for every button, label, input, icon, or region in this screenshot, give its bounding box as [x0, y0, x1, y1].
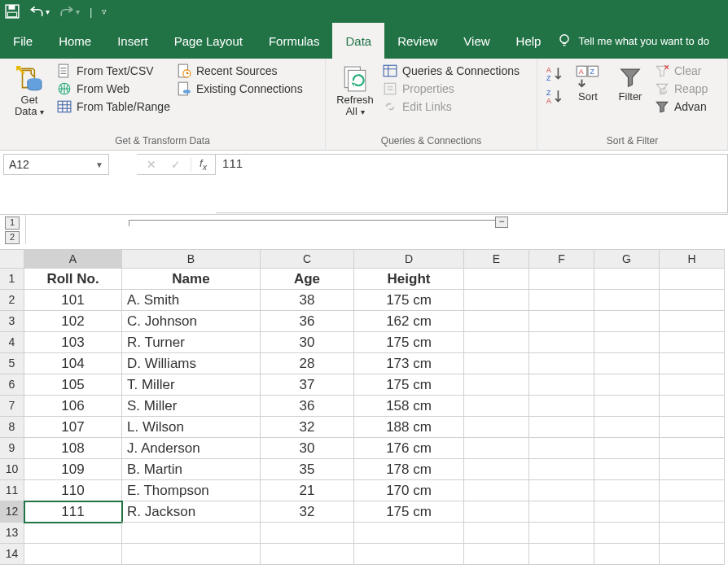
collapse-group-button[interactable]: −	[495, 217, 508, 228]
cell-H5[interactable]	[660, 353, 725, 374]
cell-E3[interactable]	[464, 311, 529, 332]
cell-F8[interactable]	[529, 417, 594, 438]
cell-G6[interactable]	[594, 374, 660, 396]
cell-D10[interactable]: 178 cm	[354, 459, 464, 480]
cell-D4[interactable]: 175 cm	[354, 332, 464, 353]
cell-G1[interactable]	[594, 269, 660, 290]
col-header-B[interactable]: B	[122, 249, 261, 269]
name-box[interactable]: A12 ▼	[3, 154, 109, 175]
cell-F11[interactable]	[529, 480, 594, 501]
cell-C13[interactable]	[261, 523, 354, 544]
col-header-C[interactable]: C	[261, 249, 354, 269]
cell-D12[interactable]: 175 cm	[354, 501, 464, 523]
tab-view[interactable]: View	[450, 23, 502, 59]
row-header-8[interactable]: 8	[0, 417, 24, 438]
cell-C8[interactable]: 32	[261, 417, 354, 438]
cell-B7[interactable]: S. Miller	[122, 396, 261, 417]
sort-button[interactable]: AZ Sort	[570, 62, 606, 103]
cell-H13[interactable]	[660, 523, 725, 544]
cell-A8[interactable]: 107	[24, 417, 122, 438]
cell-E13[interactable]	[464, 523, 529, 544]
row-header-4[interactable]: 4	[0, 332, 24, 353]
cell-G3[interactable]	[594, 311, 660, 332]
cell-E10[interactable]	[464, 459, 529, 480]
cell-B8[interactable]: L. Wilson	[122, 417, 261, 438]
cell-B2[interactable]: A. Smith	[122, 290, 261, 311]
cell-D8[interactable]: 188 cm	[354, 417, 464, 438]
row-header-12[interactable]: 12	[0, 501, 24, 523]
tab-review[interactable]: Review	[384, 23, 450, 59]
cell-B3[interactable]: C. Johnson	[122, 311, 261, 332]
cell-F3[interactable]	[529, 311, 594, 332]
cell-F2[interactable]	[529, 290, 594, 311]
cell-H11[interactable]	[660, 480, 725, 501]
cell-E6[interactable]	[464, 374, 529, 396]
sort-desc-icon[interactable]: ZA	[546, 88, 564, 106]
cell-C14[interactable]	[261, 544, 354, 565]
cell-D6[interactable]: 175 cm	[354, 374, 464, 396]
redo-icon[interactable]: ▾	[59, 4, 80, 19]
cell-D9[interactable]: 176 cm	[354, 438, 464, 459]
fx-icon[interactable]: fx	[191, 157, 215, 172]
cell-C11[interactable]: 21	[261, 480, 354, 501]
cell-B5[interactable]: D. Williams	[122, 353, 261, 374]
outline-level-1[interactable]: 1	[5, 217, 20, 230]
cell-A1[interactable]: Roll No.	[24, 269, 122, 290]
tab-file[interactable]: File	[0, 23, 46, 59]
tab-page-layout[interactable]: Page Layout	[161, 23, 256, 59]
tab-formulas[interactable]: Formulas	[256, 23, 333, 59]
queries-connections[interactable]: Queries & Connections	[383, 63, 520, 78]
cell-B12[interactable]: R. Jackson	[122, 501, 261, 523]
undo-icon[interactable]: ▾	[29, 4, 50, 19]
cell-B6[interactable]: T. Miller	[122, 374, 261, 396]
cell-A5[interactable]: 104	[24, 353, 122, 374]
cell-B11[interactable]: E. Thompson	[122, 480, 261, 501]
cell-C6[interactable]: 37	[261, 374, 354, 396]
cell-G9[interactable]	[594, 438, 660, 459]
cell-H1[interactable]	[660, 269, 725, 290]
cell-E5[interactable]	[464, 353, 529, 374]
tab-home[interactable]: Home	[46, 23, 104, 59]
cell-C5[interactable]: 28	[261, 353, 354, 374]
spreadsheet-grid[interactable]: 1234567891011121314 ABCDEFGH Roll No.Nam…	[0, 249, 728, 565]
cell-G13[interactable]	[594, 523, 660, 544]
cell-C10[interactable]: 35	[261, 459, 354, 480]
cell-E8[interactable]	[464, 417, 529, 438]
cell-C4[interactable]: 30	[261, 332, 354, 353]
cell-B14[interactable]	[122, 544, 261, 565]
tell-me[interactable]: Tell me what you want to do	[557, 23, 708, 59]
cell-C7[interactable]: 36	[261, 396, 354, 417]
cell-E4[interactable]	[464, 332, 529, 353]
cell-F14[interactable]	[529, 544, 594, 565]
cell-F1[interactable]	[529, 269, 594, 290]
col-header-F[interactable]: F	[529, 249, 594, 269]
cell-D13[interactable]	[354, 523, 464, 544]
cell-D2[interactable]: 175 cm	[354, 290, 464, 311]
cell-G5[interactable]	[594, 353, 660, 374]
cell-F5[interactable]	[529, 353, 594, 374]
tab-insert[interactable]: Insert	[104, 23, 161, 59]
cell-G10[interactable]	[594, 459, 660, 480]
tab-help[interactable]: Help	[503, 23, 555, 59]
cell-F7[interactable]	[529, 396, 594, 417]
cell-E14[interactable]	[464, 544, 529, 565]
cell-A12[interactable]: 111	[24, 501, 122, 523]
cell-H7[interactable]	[660, 396, 725, 417]
cell-D11[interactable]: 170 cm	[354, 480, 464, 501]
cell-H4[interactable]	[660, 332, 725, 353]
row-header-5[interactable]: 5	[0, 353, 24, 374]
cell-H8[interactable]	[660, 417, 725, 438]
refresh-all-button[interactable]: Refresh All ▾	[334, 62, 376, 118]
cell-D7[interactable]: 158 cm	[354, 396, 464, 417]
cell-D14[interactable]	[354, 544, 464, 565]
cell-E2[interactable]	[464, 290, 529, 311]
cell-F12[interactable]	[529, 501, 594, 523]
cell-B4[interactable]: R. Turner	[122, 332, 261, 353]
cell-G14[interactable]	[594, 544, 660, 565]
cell-H6[interactable]	[660, 374, 725, 396]
from-table-range[interactable]: From Table/Range	[57, 99, 170, 114]
cell-C12[interactable]: 32	[261, 501, 354, 523]
row-header-10[interactable]: 10	[0, 459, 24, 480]
cell-C2[interactable]: 38	[261, 290, 354, 311]
cell-G12[interactable]	[594, 501, 660, 523]
